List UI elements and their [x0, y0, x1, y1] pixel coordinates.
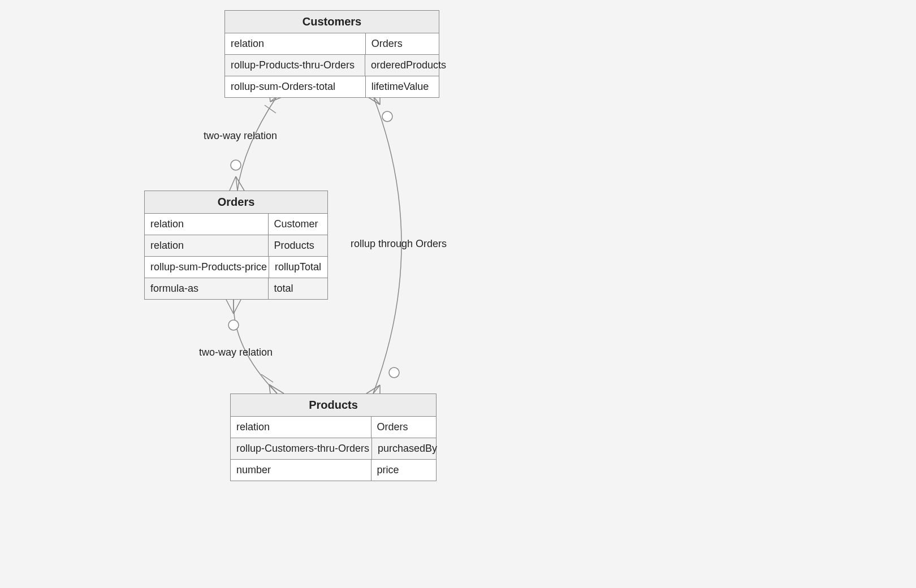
attr-name: Orders	[366, 33, 439, 54]
svg-line-8	[226, 300, 234, 314]
entity-title: Orders	[145, 191, 327, 214]
svg-line-12	[269, 384, 284, 394]
attr-type: rollup-sum-Orders-total	[225, 76, 366, 97]
attr-name: purchasedBy	[372, 438, 437, 459]
edge-label-customers-orders: two-way relation	[204, 130, 277, 142]
svg-point-23	[389, 368, 399, 378]
svg-line-9	[234, 300, 241, 314]
attr-type: relation	[145, 235, 269, 256]
attr-name: orderedProducts	[365, 55, 439, 76]
attr-name: Customer	[269, 214, 327, 235]
attr-type: rollup-Customers-thru-Orders	[231, 438, 372, 459]
edge-label-orders-products: two-way relation	[199, 347, 273, 358]
attr-name: rollupTotal	[269, 257, 327, 278]
attr-type: relation	[225, 33, 366, 54]
svg-line-22	[373, 385, 380, 394]
table-row: relationProducts	[145, 235, 327, 257]
svg-point-4	[231, 160, 241, 170]
svg-line-20	[366, 385, 380, 394]
table-row: relationOrders	[231, 417, 436, 438]
attr-type: relation	[231, 417, 371, 438]
entity-orders: OrdersrelationCustomerrelationProductsro…	[144, 191, 328, 300]
attr-name: price	[371, 460, 436, 481]
attr-name: Orders	[371, 417, 436, 438]
edge-customers-orders	[237, 96, 277, 191]
table-row: relationCustomer	[145, 214, 327, 235]
table-row: rollup-Customers-thru-OrderspurchasedBy	[231, 438, 436, 460]
wires	[0, 0, 916, 588]
er-diagram-canvas: two-way relation two-way relation rollup…	[0, 0, 916, 588]
attr-type: formula-as	[145, 278, 269, 299]
entity-customers: CustomersrelationOrdersrollup-Products-t…	[224, 10, 439, 98]
table-row: rollup-Products-thru-OrdersorderedProduc…	[225, 55, 439, 76]
attr-name: total	[269, 278, 327, 299]
table-row: rollup-sum-Orders-totallifetimeValue	[225, 76, 439, 97]
svg-line-6	[230, 176, 236, 191]
entity-title: Customers	[225, 11, 439, 33]
table-row: numberprice	[231, 460, 436, 481]
attr-type: rollup-sum-Products-price	[145, 257, 269, 278]
attr-name: Products	[269, 235, 327, 256]
edge-label-customers-products: rollup through Orders	[351, 238, 447, 250]
table-row: relationOrders	[225, 33, 439, 55]
attr-type: number	[231, 460, 371, 481]
attr-type: rollup-Products-thru-Orders	[225, 55, 365, 76]
entity-products: ProductsrelationOrdersrollup-Customers-t…	[230, 394, 437, 481]
table-row: formula-astotal	[145, 278, 327, 299]
svg-point-11	[228, 320, 239, 330]
entity-title: Products	[231, 394, 436, 417]
svg-point-19	[382, 111, 392, 122]
table-row: rollup-sum-Products-pricerollupTotal	[145, 257, 327, 278]
attr-type: relation	[145, 214, 269, 235]
attr-name: lifetimeValue	[366, 76, 439, 97]
